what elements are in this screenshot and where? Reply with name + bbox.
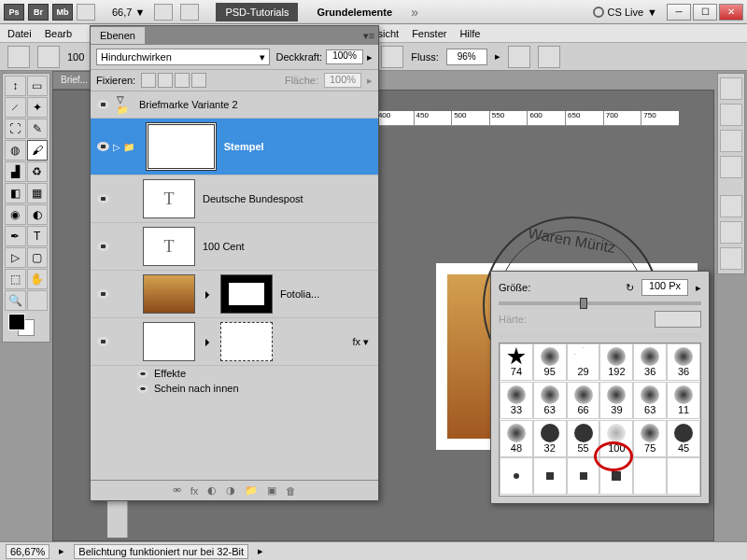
layer-effects[interactable]: Effekte xyxy=(91,366,378,381)
brush-preset[interactable] xyxy=(500,457,533,495)
menu-datei[interactable]: Datei xyxy=(7,28,32,39)
layer-name[interactable]: Deutsche Bundespost xyxy=(203,193,303,204)
visibility-icon[interactable] xyxy=(97,242,109,251)
brush-preset[interactable] xyxy=(533,457,567,495)
opacity-arrow-icon[interactable]: ▸ xyxy=(367,51,373,63)
reset-icon[interactable]: ↻ xyxy=(626,282,634,294)
brush-preset[interactable] xyxy=(567,457,600,495)
mask-icon[interactable]: ◐ xyxy=(207,484,217,497)
layer-thumbnail[interactable]: T xyxy=(143,179,195,218)
brush-preset[interactable]: 33 xyxy=(500,382,533,419)
blend-mode-select[interactable]: Hindurchwirken▾ xyxy=(96,49,270,65)
marquee-tool[interactable]: ▭ xyxy=(27,76,49,96)
status-zoom[interactable]: 66,67% xyxy=(6,544,49,559)
visibility-icon[interactable] xyxy=(97,142,109,151)
layer-thumbnail[interactable]: T xyxy=(143,227,195,266)
brush-tool-icon[interactable] xyxy=(7,46,30,68)
brush-preset[interactable]: 74 xyxy=(500,343,533,381)
crop-tool[interactable]: ⛶ xyxy=(5,119,26,139)
layer-100cent[interactable]: T 100 Cent xyxy=(91,223,378,271)
brush-preset[interactable] xyxy=(667,457,700,495)
zoom-level[interactable]: 66,7 ▼ xyxy=(112,7,145,18)
status-arrow-icon[interactable]: ▸ xyxy=(59,545,64,557)
brush-preset[interactable]: 95 xyxy=(533,343,567,381)
new-layer-icon[interactable]: ▣ xyxy=(267,484,276,497)
lock-trans-icon[interactable] xyxy=(141,73,156,88)
layer-mask-thumbnail[interactable] xyxy=(220,274,273,314)
brush-preset[interactable]: 29 xyxy=(567,343,600,381)
tool-extra[interactable] xyxy=(27,290,49,311)
type-tool[interactable]: T xyxy=(27,226,49,246)
panel-menu-icon[interactable]: ▾≡ xyxy=(359,30,378,42)
folder-arrow-icon[interactable]: ▷ 📁 xyxy=(113,142,134,152)
fill-input[interactable]: 100% xyxy=(324,73,361,88)
dodge-tool[interactable]: ◐ xyxy=(27,204,49,225)
flyout-icon[interactable]: ▸ xyxy=(696,282,701,294)
folder-toggle-icon[interactable]: ▽ 📁 xyxy=(117,94,134,115)
brush-preset[interactable]: 48 xyxy=(500,420,533,457)
brush-preset[interactable]: 66 xyxy=(567,382,600,419)
panel-icon-swatches[interactable] xyxy=(720,104,742,126)
menu-fenster[interactable]: Fenster xyxy=(412,28,446,39)
wand-tool[interactable]: ✦ xyxy=(27,97,49,118)
layer-fotolia[interactable]: ⏵ Fotolia... xyxy=(91,271,378,318)
3d-tool[interactable]: ⬚ xyxy=(5,269,26,289)
brush-preset[interactable] xyxy=(599,457,633,495)
lock-move-icon[interactable] xyxy=(175,73,190,88)
brush-preset[interactable]: 63 xyxy=(633,382,667,419)
eraser-tool[interactable]: ◧ xyxy=(5,183,26,203)
link-layers-icon[interactable]: ⚮ xyxy=(173,484,181,497)
hand-tool[interactable]: ✋ xyxy=(27,269,49,289)
size-input[interactable]: 100 Px xyxy=(641,279,688,296)
color-picker[interactable] xyxy=(5,312,48,340)
layer-thumbnail[interactable] xyxy=(143,322,195,361)
lock-all-icon[interactable] xyxy=(191,73,206,88)
brush-preset[interactable]: 55 xyxy=(567,420,600,457)
layer-name[interactable]: Stempel xyxy=(224,141,264,152)
path-tool[interactable]: ▷ xyxy=(5,247,26,268)
history-tool[interactable]: ♻ xyxy=(27,161,49,182)
pen-tool[interactable]: ✒ xyxy=(5,226,26,246)
airbrush-icon[interactable] xyxy=(508,46,530,68)
fluss-arrow-icon[interactable]: ▸ xyxy=(495,50,500,63)
brush-preset[interactable] xyxy=(633,457,667,495)
brush-preset-highlighted[interactable]: 100 xyxy=(599,420,633,457)
maximize-button[interactable]: ☐ xyxy=(693,4,717,21)
brush-preset[interactable]: 11 xyxy=(667,382,700,419)
layer-name[interactable]: Fotolia... xyxy=(280,288,319,300)
brush-preset[interactable]: 192 xyxy=(599,343,633,381)
brush-preset[interactable]: 32 xyxy=(533,420,567,457)
visibility-icon[interactable] xyxy=(97,100,109,109)
fluss-input[interactable]: 96% xyxy=(446,49,487,65)
brush-preset-icon[interactable] xyxy=(37,46,60,68)
move-tool[interactable]: ↕ xyxy=(5,76,26,96)
workspace-tab-grund[interactable]: Grundelemente xyxy=(307,3,402,21)
stamp-tool[interactable]: ▟ xyxy=(5,161,26,182)
minimize-button[interactable]: ─ xyxy=(667,4,691,21)
slider-handle[interactable] xyxy=(580,298,587,309)
layer-group-name[interactable]: Briefmarke Variante 2 xyxy=(139,99,238,110)
close-button[interactable]: ✕ xyxy=(719,4,743,21)
fx-icon[interactable]: fx xyxy=(190,485,199,497)
panel-icon-layers[interactable] xyxy=(720,195,742,217)
panel-icon-color[interactable] xyxy=(720,77,742,100)
layer-thumbnail[interactable] xyxy=(143,274,195,314)
visibility-icon[interactable] xyxy=(97,289,109,299)
minibridge-icon[interactable]: Mb xyxy=(52,4,73,21)
screen-mode-icon[interactable] xyxy=(180,4,199,21)
visibility-icon[interactable] xyxy=(97,337,109,346)
eyedrop-tool[interactable]: ✎ xyxy=(27,119,49,139)
shape-tool[interactable]: ▢ xyxy=(27,247,49,268)
ps-app-icon[interactable]: Ps xyxy=(4,4,24,21)
tablet-icon[interactable] xyxy=(538,46,560,68)
arrange-icon[interactable] xyxy=(154,4,173,21)
gradient-tool[interactable]: ▦ xyxy=(27,183,49,203)
lasso-tool[interactable]: ⟋ xyxy=(5,97,26,118)
layer-stempel[interactable]: ▷ 📁 Stempel xyxy=(91,119,378,175)
lock-paint-icon[interactable] xyxy=(158,73,173,88)
size-slider[interactable] xyxy=(499,301,701,305)
menu-hilfe[interactable]: Hilfe xyxy=(459,28,480,39)
cslive-button[interactable]: CS Live ▼ xyxy=(593,7,657,18)
fx-badge[interactable]: fx ▾ xyxy=(352,336,369,348)
brush-preset[interactable]: 63 xyxy=(533,382,567,419)
